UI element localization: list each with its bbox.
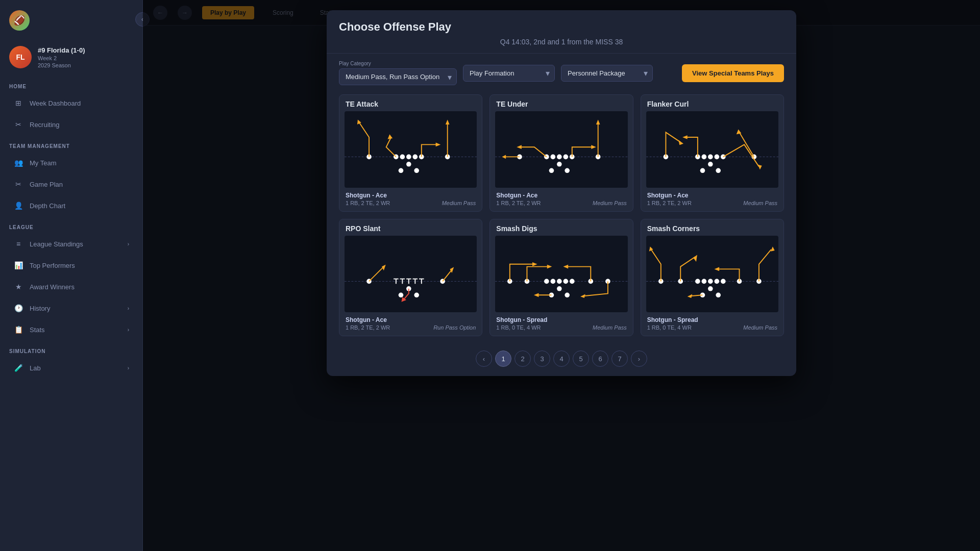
- play-card-smash-digs[interactable]: Smash Digs: [489, 219, 633, 336]
- chevron-right-icon: ›: [128, 241, 129, 247]
- gameplan-icon: ✂: [13, 179, 23, 189]
- svg-marker-78: [547, 265, 552, 269]
- personnel-package-select-wrapper: Personnel Package 1 RB, 2 TE, 2 WR 1 RB,…: [561, 65, 653, 82]
- svg-marker-14: [446, 119, 450, 124]
- sidebar-item-history[interactable]: 🕐 History ›: [4, 298, 138, 318]
- svg-point-38: [716, 168, 721, 173]
- pagination-page-2[interactable]: 2: [514, 350, 531, 367]
- sidebar-item-week-dashboard[interactable]: ⊞ Week Dashboard: [4, 93, 138, 113]
- svg-marker-28: [592, 145, 597, 149]
- play-card-smash-corners[interactable]: Smash Corners: [641, 219, 784, 336]
- pagination-page-6[interactable]: 6: [592, 350, 608, 367]
- choose-offense-play-modal: Choose Offense Play Q4 14:03, 2nd and 1 …: [327, 10, 796, 376]
- chevron-right-icon: ›: [128, 306, 129, 311]
- svg-point-6: [406, 162, 411, 167]
- svg-point-83: [695, 279, 700, 284]
- play-title: Smash Digs: [490, 219, 632, 236]
- nav-section-team-management: TEAM MANAGEMENT: [0, 135, 142, 152]
- modal-subtitle: Q4 14:03, 2nd and 1 from the MISS 38: [339, 38, 784, 46]
- personnel-package-filter-group: Personnel Package 1 RB, 2 TE, 2 WR 1 RB,…: [561, 65, 653, 82]
- sidebar-item-label: Stats: [30, 326, 45, 334]
- play-personnel: 1 RB, 2 TE, 2 WR: [647, 200, 692, 206]
- star-icon: ★: [13, 282, 23, 292]
- svg-point-84: [701, 279, 706, 284]
- play-card-flanker-curl[interactable]: Flanker Curl: [641, 94, 784, 212]
- play-formation-select[interactable]: Play Formation Shotgun - Ace Shotgun - S…: [463, 65, 555, 82]
- svg-marker-96: [693, 255, 697, 262]
- team-info-section: FL #9 Florida (1-0) Week 2 2029 Season: [0, 39, 142, 76]
- pagination-page-4[interactable]: 4: [553, 350, 570, 367]
- play-card-te-attack[interactable]: TE Attack: [339, 94, 482, 212]
- svg-point-87: [721, 279, 726, 284]
- svg-marker-44: [758, 165, 762, 170]
- play-category-select-wrapper: Medium Pass, Run Pass Option Run Plays S…: [339, 68, 457, 85]
- play-card-footer: Shotgun - Ace 1 RB, 2 TE, 2 WR Run Pass …: [339, 312, 482, 336]
- special-teams-button[interactable]: View Special Teams Plays: [682, 64, 784, 82]
- svg-point-4: [413, 155, 418, 160]
- play-card-footer: Shotgun - Ace 1 RB, 2 TE, 2 WR Medium Pa…: [339, 188, 482, 211]
- pagination-prev[interactable]: ‹: [476, 350, 492, 367]
- svg-marker-99: [687, 294, 692, 298]
- play-formation: Shotgun - Ace: [346, 316, 390, 323]
- sidebar-item-my-team[interactable]: 👥 My Team: [4, 153, 138, 173]
- sidebar-item-label: Week Dashboard: [30, 99, 81, 107]
- play-type: Run Pass Option: [433, 324, 476, 331]
- svg-marker-13: [436, 143, 441, 147]
- play-category-select[interactable]: Medium Pass, Run Pass Option Run Plays S…: [339, 68, 457, 85]
- pagination-page-3[interactable]: 3: [534, 350, 550, 367]
- svg-point-65: [544, 279, 549, 284]
- play-formation-select-wrapper: Play Formation Shotgun - Ace Shotgun - S…: [463, 65, 555, 82]
- chevron-right-icon: ›: [128, 327, 129, 333]
- scissors-icon: ✂: [13, 119, 23, 130]
- pagination-page-7[interactable]: 7: [611, 350, 628, 367]
- play-diagram-te-attack: [345, 111, 477, 188]
- svg-point-67: [557, 279, 562, 284]
- pagination: ‹ 1 2 3 4 5 6 7 ›: [327, 344, 796, 376]
- svg-point-88: [708, 286, 713, 291]
- sidebar-item-label: League Standings: [30, 240, 83, 248]
- sidebar-item-game-plan[interactable]: ✂ Game Plan: [4, 174, 138, 194]
- play-card-rpo-slant[interactable]: RPO Slant: [339, 219, 482, 336]
- play-formation: Shotgun - Ace: [647, 192, 692, 199]
- play-formation: Shotgun - Ace: [496, 192, 541, 199]
- play-type: Medium Pass: [743, 200, 777, 206]
- sidebar-item-lab[interactable]: 🧪 Lab ›: [4, 358, 138, 378]
- plays-grid: TE Attack: [327, 92, 796, 344]
- sidebar-item-league-standings[interactable]: ≡ League Standings ›: [4, 234, 138, 254]
- play-title: RPO Slant: [339, 219, 482, 236]
- team-season: 2029 Season: [38, 62, 85, 68]
- sidebar-item-label: History: [30, 305, 50, 312]
- sidebar-item-award-winners[interactable]: ★ Award Winners: [4, 277, 138, 297]
- sidebar: 🏈 ‹ FL #9 Florida (1-0) Week 2 2029 Seas…: [0, 0, 143, 551]
- sidebar-item-top-performers[interactable]: 📊 Top Performers: [4, 255, 138, 276]
- play-formation: Shotgun - Ace: [346, 192, 390, 199]
- svg-point-17: [551, 155, 556, 160]
- svg-point-32: [701, 155, 706, 160]
- modal-filters: Play Category Medium Pass, Run Pass Opti…: [327, 54, 796, 92]
- personnel-package-select[interactable]: Personnel Package 1 RB, 2 TE, 2 WR 1 RB,…: [561, 65, 653, 82]
- nav-section-simulation: SIMULATION: [0, 340, 142, 357]
- play-diagram-flanker-curl: [646, 111, 778, 188]
- play-card-te-under[interactable]: TE Under: [489, 94, 633, 212]
- play-type: Medium Pass: [593, 200, 627, 206]
- sidebar-item-recruiting[interactable]: ✂ Recruiting: [4, 114, 138, 135]
- svg-marker-61: [382, 265, 386, 271]
- play-title: Smash Corners: [641, 219, 783, 236]
- pagination-page-1[interactable]: 1: [495, 350, 511, 367]
- people-icon: 👥: [13, 158, 23, 168]
- pagination-page-5[interactable]: 5: [573, 350, 589, 367]
- sidebar-item-depth-chart[interactable]: 👤 Depth Chart: [4, 195, 138, 216]
- grid-icon: ⊞: [13, 98, 23, 108]
- svg-point-69: [570, 279, 575, 284]
- svg-point-21: [557, 162, 562, 167]
- sidebar-item-stats[interactable]: 📋 Stats ›: [4, 319, 138, 340]
- play-diagram-te-under: [495, 111, 627, 188]
- svg-marker-98: [771, 246, 775, 252]
- svg-marker-26: [502, 155, 506, 159]
- play-personnel: 1 RB, 2 TE, 2 WR: [346, 200, 390, 206]
- pagination-next[interactable]: ›: [631, 350, 647, 367]
- svg-point-86: [714, 279, 719, 284]
- standings-icon: ≡: [13, 239, 23, 249]
- play-diagram-smash-corners: [646, 236, 778, 312]
- play-title: TE Under: [490, 95, 632, 111]
